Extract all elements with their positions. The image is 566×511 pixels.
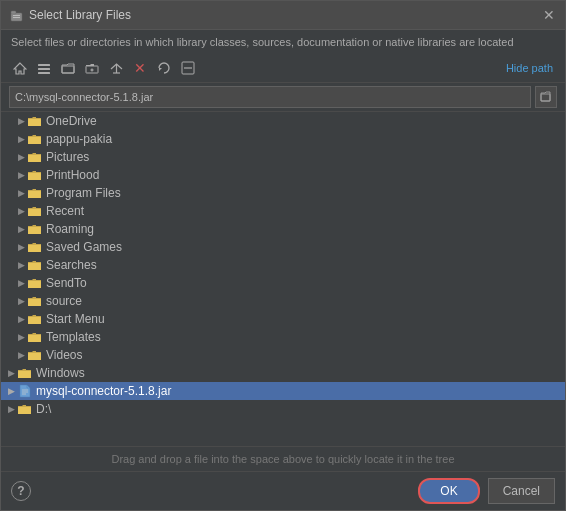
tree-item-label-pappu: pappu-pakia <box>46 132 112 146</box>
expand-sendto[interactable]: ▶ <box>15 275 27 291</box>
tree-item-label-videos: Videos <box>46 348 82 362</box>
tree-item-saved-games[interactable]: ▶ Saved Games <box>1 238 565 256</box>
expand-videos[interactable]: ▶ <box>15 347 27 363</box>
expand-recent[interactable]: ▶ <box>15 203 27 219</box>
toolbar: ✕ Hide path <box>1 54 565 83</box>
tree-item-templates[interactable]: ▶ Templates <box>1 328 565 346</box>
svg-rect-21 <box>28 173 41 180</box>
svg-rect-7 <box>38 72 50 74</box>
svg-rect-8 <box>62 66 74 73</box>
folder-icon-onedrive <box>27 114 43 128</box>
expand-onedrive[interactable]: ▶ <box>15 113 27 129</box>
dialog-title: Select Library Files <box>29 8 131 22</box>
dialog-icon <box>9 8 23 22</box>
folder-icon-templates <box>27 330 43 344</box>
tree-item-d-drive[interactable]: ▶ D:\ <box>1 400 565 418</box>
tree-item-label-mysql-connector: mysql-connector-5.1.8.jar <box>36 384 171 398</box>
tree-item-label-searches: Searches <box>46 258 97 272</box>
tree-item-pappu[interactable]: ▶ pappu-pakia <box>1 130 565 148</box>
folder-icon-printhood <box>27 168 43 182</box>
collapse-button[interactable] <box>177 57 199 79</box>
path-bar <box>1 83 565 111</box>
expand-source[interactable]: ▶ <box>15 293 27 309</box>
folder-icon-source <box>27 294 43 308</box>
tree-item-onedrive[interactable]: ▶ OneDrive <box>1 112 565 130</box>
tree-item-source[interactable]: ▶ source <box>1 292 565 310</box>
title-bar-left: Select Library Files <box>9 8 131 22</box>
close-button[interactable]: ✕ <box>541 7 557 23</box>
expand-saved-games[interactable]: ▶ <box>15 239 27 255</box>
tree-item-program-files[interactable]: ▶ Program Files <box>1 184 565 202</box>
path-browse-button[interactable] <box>535 86 557 108</box>
folder-icon-videos <box>27 348 43 362</box>
svg-rect-27 <box>28 281 41 288</box>
folder-icon-saved-games <box>27 240 43 254</box>
expand-pappu[interactable]: ▶ <box>15 131 27 147</box>
expand-pictures[interactable]: ▶ <box>15 149 27 165</box>
svg-rect-1 <box>11 11 16 14</box>
delete-button[interactable]: ✕ <box>129 57 151 79</box>
folder-icon-recent <box>27 204 43 218</box>
title-bar: Select Library Files ✕ <box>1 1 565 30</box>
folder-button[interactable] <box>57 57 79 79</box>
svg-rect-24 <box>28 227 41 234</box>
home-button[interactable] <box>9 57 31 79</box>
svg-rect-32 <box>18 371 31 378</box>
tree-item-recent[interactable]: ▶ Recent <box>1 202 565 220</box>
folder-icon-sendto <box>27 276 43 290</box>
tree-item-mysql-connector[interactable]: ▶ mysql-connector-5.1.8.jar <box>1 382 565 400</box>
tree-item-label-sendto: SendTo <box>46 276 87 290</box>
ok-button[interactable]: OK <box>418 478 479 504</box>
hide-path-button[interactable]: Hide path <box>502 60 557 76</box>
tree-item-label-printhood: PrintHood <box>46 168 99 182</box>
tree-item-roaming[interactable]: ▶ Roaming <box>1 220 565 238</box>
tree-item-windows[interactable]: ▶ Windows <box>1 364 565 382</box>
svg-rect-30 <box>28 335 41 342</box>
tree-item-pictures[interactable]: ▶ Pictures <box>1 148 565 166</box>
tree-item-start-menu[interactable]: ▶ Start Menu <box>1 310 565 328</box>
svg-marker-14 <box>159 68 162 71</box>
up-button[interactable] <box>105 57 127 79</box>
file-tree[interactable]: ▶ OneDrive ▶ pappu-pakia ▶ <box>1 111 565 446</box>
tree-item-printhood[interactable]: ▶ PrintHood <box>1 166 565 184</box>
svg-marker-4 <box>14 63 26 74</box>
tree-item-label-templates: Templates <box>46 330 101 344</box>
list-view-button[interactable] <box>33 57 55 79</box>
help-button[interactable]: ? <box>11 481 31 501</box>
tree-item-videos[interactable]: ▶ Videos <box>1 346 565 364</box>
expand-program-files[interactable]: ▶ <box>15 185 27 201</box>
tree-item-label-d-drive: D:\ <box>36 402 51 416</box>
select-library-files-dialog: Select Library Files ✕ Select files or d… <box>0 0 566 511</box>
refresh-button[interactable] <box>153 57 175 79</box>
drag-hint: Drag and drop a file into the space abov… <box>1 446 565 471</box>
expand-windows[interactable]: ▶ <box>5 365 17 381</box>
expand-roaming[interactable]: ▶ <box>15 221 27 237</box>
tree-item-sendto[interactable]: ▶ SendTo <box>1 274 565 292</box>
new-folder-button[interactable] <box>81 57 103 79</box>
expand-printhood[interactable]: ▶ <box>15 167 27 183</box>
expand-searches[interactable]: ▶ <box>15 257 27 273</box>
path-input[interactable] <box>9 86 531 108</box>
tree-item-label-saved-games: Saved Games <box>46 240 122 254</box>
svg-rect-36 <box>18 407 31 414</box>
svg-rect-17 <box>541 94 550 101</box>
expand-start-menu[interactable]: ▶ <box>15 311 27 327</box>
svg-rect-6 <box>38 68 50 70</box>
svg-rect-28 <box>28 299 41 306</box>
expand-mysql-connector[interactable]: ▶ <box>5 383 17 399</box>
cancel-button[interactable]: Cancel <box>488 478 555 504</box>
expand-templates[interactable]: ▶ <box>15 329 27 345</box>
svg-rect-20 <box>28 155 41 162</box>
tree-item-label-start-menu: Start Menu <box>46 312 105 326</box>
svg-rect-18 <box>28 119 41 126</box>
svg-rect-31 <box>28 353 41 360</box>
tree-item-label-roaming: Roaming <box>46 222 94 236</box>
folder-icon-start-menu <box>27 312 43 326</box>
tree-item-label-pictures: Pictures <box>46 150 89 164</box>
expand-d-drive[interactable]: ▶ <box>5 401 17 417</box>
svg-rect-2 <box>13 15 20 16</box>
svg-rect-3 <box>13 17 20 18</box>
svg-rect-19 <box>28 137 41 144</box>
svg-rect-5 <box>38 64 50 66</box>
tree-item-searches[interactable]: ▶ Searches <box>1 256 565 274</box>
